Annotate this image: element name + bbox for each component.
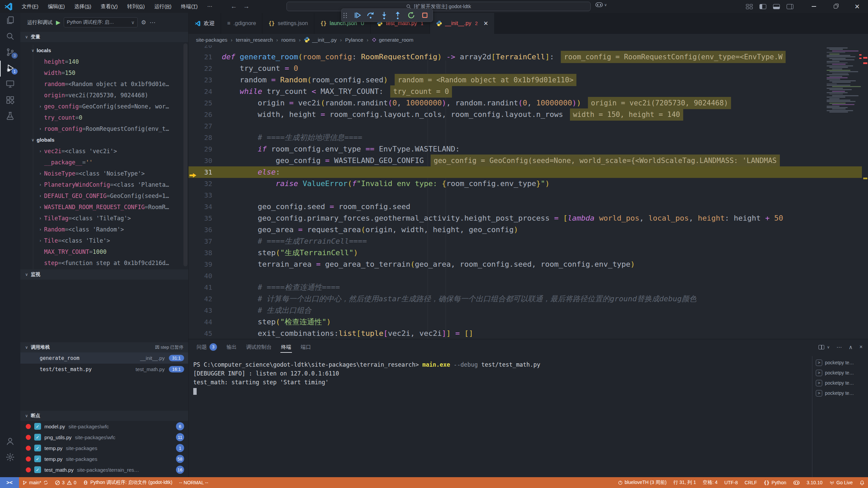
terminal-instance[interactable]: >pocketpy te… — [812, 358, 868, 368]
breadcrumb-item[interactable]: __init__.py — [304, 37, 337, 43]
nav-forward-icon[interactable]: → — [243, 3, 250, 10]
variable-row[interactable]: ›Random = <class 'Random'> — [20, 224, 188, 235]
breakpoints-section-header[interactable]: ∨ 断点 — [20, 411, 188, 421]
menu-转到(G)[interactable]: 转到(G) — [123, 2, 149, 11]
variable-row[interactable]: ›WASTELAND_ROOM_REQUEST_CONFIG = RoomR… — [20, 201, 188, 212]
code-line[interactable]: 31 else: — [189, 166, 862, 178]
copilot-menu[interactable]: ∨ — [595, 2, 607, 8]
variable-row[interactable]: ›NoiseType = <class 'NoiseType'> — [20, 168, 188, 179]
tab-__init__.py[interactable]: __init__.py2✕ — [430, 13, 495, 34]
variable-row[interactable]: ›DEFAULT_GEO_CONFIG = GeoConfig(seed=1… — [20, 190, 188, 201]
maximize-panel-button[interactable]: ∧ — [849, 344, 853, 350]
menu-查看(V)[interactable]: 查看(V) — [97, 2, 122, 11]
stop-button[interactable] — [420, 11, 429, 20]
status-git-branch[interactable]: main* — [19, 477, 52, 488]
step-into-button[interactable] — [380, 11, 389, 20]
status-indentation[interactable]: 空格: 4 — [699, 477, 721, 488]
variables-section-header[interactable]: ∨ 变量 — [20, 32, 188, 42]
activity-explorer[interactable] — [0, 13, 20, 29]
breakpoint-row[interactable]: ✓png_utils.pysite-packages\wfc11 — [20, 432, 188, 443]
breadcrumb-item[interactable]: rooms — [281, 37, 296, 43]
close-panel-button[interactable]: × — [860, 344, 863, 350]
panel-tab-终端[interactable]: 终端 — [276, 339, 296, 355]
variable-row[interactable]: random = <Random object at 0x1bf9d01e… — [20, 78, 188, 89]
terminal-output[interactable]: PS C:\computer_science\godot-ldtk\site-p… — [189, 355, 812, 477]
code-line[interactable]: 21def generate_room(room_config: RoomReq… — [189, 51, 862, 63]
status-vim-mode[interactable]: -- NORMAL -- — [176, 477, 212, 488]
status-eol[interactable]: CRLF — [741, 477, 761, 488]
more-actions-icon[interactable]: ⋯ — [150, 19, 155, 26]
breakpoint-checkbox[interactable]: ✓ — [34, 466, 41, 473]
code-line[interactable]: 34 geo_config.seed = room_config.seed — [189, 201, 862, 212]
code-line[interactable]: 35 geo_config.primary_forces.geothermal_… — [189, 212, 862, 224]
panel-tab-输出[interactable]: 输出 — [222, 339, 241, 355]
start-debug-icon[interactable]: ▶ — [56, 19, 60, 26]
code-line[interactable]: 36 geo_area = request_area(origin, width… — [189, 224, 862, 236]
variable-row[interactable]: MAX_TRY_COUNT = 1000 — [20, 246, 188, 257]
breakpoint-checkbox[interactable]: ✓ — [34, 445, 41, 451]
code-line[interactable]: 33 — [189, 189, 862, 201]
tab-settings.json[interactable]: {}settings.json — [262, 13, 314, 34]
code-line[interactable]: 38 step("生成TerrainCell") — [189, 247, 862, 259]
command-center[interactable]: [扩展开发宿主] godot-ldtk — [287, 2, 591, 11]
nav-back-icon[interactable]: ← — [231, 3, 237, 10]
code-line[interactable]: 44 step("检查连通性") — [189, 316, 862, 328]
minimap[interactable] — [827, 47, 862, 114]
status-remote-indicator[interactable]: >< — [0, 477, 19, 488]
scrollbar[interactable] — [183, 43, 188, 266]
code-line[interactable]: 25 origin = vec2i(random.randint(0, 1000… — [189, 97, 862, 109]
code-line[interactable]: 39 terrain_area = geo_area_to_terrain(ge… — [189, 259, 862, 270]
activity-search[interactable] — [0, 29, 20, 45]
panel-tab-调试控制台[interactable]: 调试控制台 — [241, 339, 276, 355]
variable-row[interactable]: try_count = 0 — [20, 112, 188, 123]
activity-extensions[interactable] — [0, 93, 20, 108]
panel-tab-端口[interactable]: 端口 — [296, 339, 316, 355]
code-line[interactable]: 40 — [189, 270, 862, 282]
variable-row[interactable]: ›vec2i = <class 'vec2i'> — [20, 145, 188, 157]
code-line[interactable]: 24 while try_count < MAX_TRY_COUNT:try_c… — [189, 86, 862, 97]
status-python-version[interactable]: 3.10.10 — [803, 477, 826, 488]
menu-⋯[interactable]: ⋯ — [203, 2, 216, 11]
restore-button[interactable] — [825, 0, 846, 13]
menu-运行(R)[interactable]: 运行(R) — [150, 2, 176, 11]
terminal-split-button[interactable] — [818, 345, 824, 349]
status-encoding[interactable]: UTF-8 — [721, 477, 741, 488]
code-line[interactable]: 30 geo_config = WASTELAND_GEO_CONFIGgeo_… — [189, 155, 862, 166]
breakpoint-checkbox[interactable]: ✓ — [34, 455, 41, 462]
status-notifications[interactable] — [856, 477, 868, 488]
breakpoint-row[interactable]: ✓model.pysite-packages\wfc6 — [20, 421, 188, 432]
chevron-down-icon[interactable]: ∨ — [827, 345, 830, 349]
code-editor[interactable]: 2021def generate_room(room_config: RoomR… — [189, 45, 868, 339]
continue-button[interactable] — [353, 11, 361, 20]
debug-config-dropdown[interactable]: Python 调试程序: 启… ∨ — [64, 17, 138, 27]
activity-accounts[interactable] — [0, 434, 20, 450]
code-line[interactable]: 20 — [189, 45, 862, 51]
menu-终端(T)[interactable]: 终端(T) — [177, 2, 202, 11]
breakpoint-row[interactable]: ✓temp.pysite-packages58 — [20, 453, 188, 464]
variable-row[interactable]: ›geo_config = GeoConfig(seed=None, wor… — [20, 101, 188, 112]
terminal-instance[interactable]: >pocketpy te… — [812, 378, 868, 388]
code-line[interactable]: 27 — [189, 120, 862, 132]
activity-manage[interactable] — [0, 450, 20, 466]
status-git-blame[interactable]: blueloveTH (3 周前) — [615, 477, 670, 488]
code-line[interactable]: 37 # ====生成TerrainCell==== — [189, 236, 862, 247]
variable-row[interactable]: width = 150 — [20, 67, 188, 78]
code-line[interactable]: 41 # ====检查连通性==== — [189, 282, 862, 293]
terminal-instance[interactable]: >pocketpy te… — [812, 368, 868, 378]
variable-row[interactable]: step = <function step at 0x1bf9cd216d… — [20, 257, 188, 268]
tab-.gdignore[interactable]: ≡.gdignore — [221, 13, 262, 34]
code-line[interactable]: 28 # ====生成初始地理信息==== — [189, 132, 862, 143]
activity-testing[interactable] — [0, 108, 20, 124]
status-go-live[interactable]: Go Live — [826, 477, 856, 488]
variable-group-locals[interactable]: ∨locals — [20, 45, 188, 56]
variable-row[interactable]: ›room_config = RoomRequestConfig(env_t… — [20, 123, 188, 134]
menu-选择(S)[interactable]: 选择(S) — [70, 2, 95, 11]
code-line[interactable]: 26 width, height = room_config.layout.n_… — [189, 109, 862, 120]
status-debug-status[interactable]: Python 调试程序: 启动文件 (godot-ldtk) — [80, 477, 176, 488]
variable-row[interactable]: origin = vec2i(7205730, 9024468) — [20, 89, 188, 101]
variable-row[interactable]: ›TileTag = <class 'TileTag'> — [20, 212, 188, 224]
watch-section-header[interactable]: ∨ 监视 — [20, 269, 188, 280]
step-over-button[interactable] — [366, 11, 375, 20]
code-line[interactable]: 45 exit_combinations:list[tuple[vec2i, v… — [189, 328, 862, 339]
variable-row[interactable]: height = 140 — [20, 56, 188, 67]
